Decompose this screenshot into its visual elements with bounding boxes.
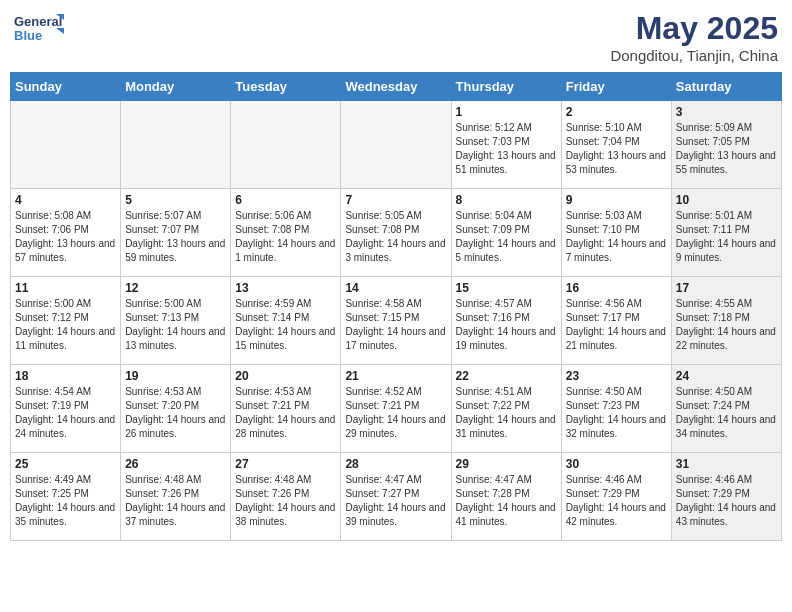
day-number: 8	[456, 193, 557, 207]
day-number: 13	[235, 281, 336, 295]
calendar-cell: 17Sunrise: 4:55 AMSunset: 7:18 PMDayligh…	[671, 277, 781, 365]
calendar-cell: 27Sunrise: 4:48 AMSunset: 7:26 PMDayligh…	[231, 453, 341, 541]
calendar-cell: 16Sunrise: 4:56 AMSunset: 7:17 PMDayligh…	[561, 277, 671, 365]
calendar-cell: 23Sunrise: 4:50 AMSunset: 7:23 PMDayligh…	[561, 365, 671, 453]
cell-info: Sunrise: 4:56 AMSunset: 7:17 PMDaylight:…	[566, 297, 667, 353]
location-title: Dongditou, Tianjin, China	[610, 47, 778, 64]
weekday-header-thursday: Thursday	[451, 73, 561, 101]
day-number: 7	[345, 193, 446, 207]
calendar-cell: 19Sunrise: 4:53 AMSunset: 7:20 PMDayligh…	[121, 365, 231, 453]
day-number: 5	[125, 193, 226, 207]
cell-info: Sunrise: 4:46 AMSunset: 7:29 PMDaylight:…	[676, 473, 777, 529]
calendar-cell: 13Sunrise: 4:59 AMSunset: 7:14 PMDayligh…	[231, 277, 341, 365]
calendar-cell: 24Sunrise: 4:50 AMSunset: 7:24 PMDayligh…	[671, 365, 781, 453]
logo-svg: General Blue	[14, 10, 64, 54]
calendar-cell: 3Sunrise: 5:09 AMSunset: 7:05 PMDaylight…	[671, 101, 781, 189]
day-number: 29	[456, 457, 557, 471]
calendar-cell: 4Sunrise: 5:08 AMSunset: 7:06 PMDaylight…	[11, 189, 121, 277]
calendar-cell: 30Sunrise: 4:46 AMSunset: 7:29 PMDayligh…	[561, 453, 671, 541]
calendar-cell	[341, 101, 451, 189]
cell-info: Sunrise: 4:50 AMSunset: 7:23 PMDaylight:…	[566, 385, 667, 441]
day-number: 1	[456, 105, 557, 119]
day-number: 21	[345, 369, 446, 383]
cell-info: Sunrise: 5:12 AMSunset: 7:03 PMDaylight:…	[456, 121, 557, 177]
day-number: 17	[676, 281, 777, 295]
title-block: May 2025 Dongditou, Tianjin, China	[610, 10, 778, 64]
day-number: 15	[456, 281, 557, 295]
cell-info: Sunrise: 5:01 AMSunset: 7:11 PMDaylight:…	[676, 209, 777, 265]
calendar-cell: 29Sunrise: 4:47 AMSunset: 7:28 PMDayligh…	[451, 453, 561, 541]
cell-info: Sunrise: 5:00 AMSunset: 7:13 PMDaylight:…	[125, 297, 226, 353]
calendar-cell: 1Sunrise: 5:12 AMSunset: 7:03 PMDaylight…	[451, 101, 561, 189]
cell-info: Sunrise: 4:47 AMSunset: 7:28 PMDaylight:…	[456, 473, 557, 529]
day-number: 20	[235, 369, 336, 383]
calendar-cell: 8Sunrise: 5:04 AMSunset: 7:09 PMDaylight…	[451, 189, 561, 277]
day-number: 18	[15, 369, 116, 383]
day-number: 16	[566, 281, 667, 295]
day-number: 22	[456, 369, 557, 383]
calendar-cell: 12Sunrise: 5:00 AMSunset: 7:13 PMDayligh…	[121, 277, 231, 365]
calendar-cell: 7Sunrise: 5:05 AMSunset: 7:08 PMDaylight…	[341, 189, 451, 277]
calendar-table: SundayMondayTuesdayWednesdayThursdayFrid…	[10, 72, 782, 541]
calendar-cell: 28Sunrise: 4:47 AMSunset: 7:27 PMDayligh…	[341, 453, 451, 541]
calendar-cell: 25Sunrise: 4:49 AMSunset: 7:25 PMDayligh…	[11, 453, 121, 541]
cell-info: Sunrise: 4:50 AMSunset: 7:24 PMDaylight:…	[676, 385, 777, 441]
weekday-header-monday: Monday	[121, 73, 231, 101]
month-title: May 2025	[610, 10, 778, 47]
cell-info: Sunrise: 4:49 AMSunset: 7:25 PMDaylight:…	[15, 473, 116, 529]
cell-info: Sunrise: 5:07 AMSunset: 7:07 PMDaylight:…	[125, 209, 226, 265]
calendar-cell: 21Sunrise: 4:52 AMSunset: 7:21 PMDayligh…	[341, 365, 451, 453]
day-number: 4	[15, 193, 116, 207]
weekday-header-saturday: Saturday	[671, 73, 781, 101]
day-number: 26	[125, 457, 226, 471]
cell-info: Sunrise: 5:00 AMSunset: 7:12 PMDaylight:…	[15, 297, 116, 353]
cell-info: Sunrise: 5:05 AMSunset: 7:08 PMDaylight:…	[345, 209, 446, 265]
calendar-cell: 14Sunrise: 4:58 AMSunset: 7:15 PMDayligh…	[341, 277, 451, 365]
cell-info: Sunrise: 4:51 AMSunset: 7:22 PMDaylight:…	[456, 385, 557, 441]
cell-info: Sunrise: 4:59 AMSunset: 7:14 PMDaylight:…	[235, 297, 336, 353]
cell-info: Sunrise: 4:47 AMSunset: 7:27 PMDaylight:…	[345, 473, 446, 529]
calendar-cell: 15Sunrise: 4:57 AMSunset: 7:16 PMDayligh…	[451, 277, 561, 365]
cell-info: Sunrise: 4:48 AMSunset: 7:26 PMDaylight:…	[235, 473, 336, 529]
cell-info: Sunrise: 4:54 AMSunset: 7:19 PMDaylight:…	[15, 385, 116, 441]
svg-text:General: General	[14, 14, 62, 29]
weekday-header-sunday: Sunday	[11, 73, 121, 101]
calendar-cell: 5Sunrise: 5:07 AMSunset: 7:07 PMDaylight…	[121, 189, 231, 277]
day-number: 19	[125, 369, 226, 383]
weekday-header-wednesday: Wednesday	[341, 73, 451, 101]
cell-info: Sunrise: 4:57 AMSunset: 7:16 PMDaylight:…	[456, 297, 557, 353]
calendar-cell: 22Sunrise: 4:51 AMSunset: 7:22 PMDayligh…	[451, 365, 561, 453]
svg-text:Blue: Blue	[14, 28, 42, 43]
cell-info: Sunrise: 5:04 AMSunset: 7:09 PMDaylight:…	[456, 209, 557, 265]
day-number: 24	[676, 369, 777, 383]
day-number: 10	[676, 193, 777, 207]
cell-info: Sunrise: 5:08 AMSunset: 7:06 PMDaylight:…	[15, 209, 116, 265]
calendar-cell: 2Sunrise: 5:10 AMSunset: 7:04 PMDaylight…	[561, 101, 671, 189]
day-number: 6	[235, 193, 336, 207]
calendar-cell: 31Sunrise: 4:46 AMSunset: 7:29 PMDayligh…	[671, 453, 781, 541]
calendar-cell	[11, 101, 121, 189]
day-number: 3	[676, 105, 777, 119]
weekday-header-friday: Friday	[561, 73, 671, 101]
cell-info: Sunrise: 5:10 AMSunset: 7:04 PMDaylight:…	[566, 121, 667, 177]
cell-info: Sunrise: 4:55 AMSunset: 7:18 PMDaylight:…	[676, 297, 777, 353]
cell-info: Sunrise: 4:53 AMSunset: 7:21 PMDaylight:…	[235, 385, 336, 441]
page-header: General Blue May 2025 Dongditou, Tianjin…	[10, 10, 782, 64]
day-number: 9	[566, 193, 667, 207]
cell-info: Sunrise: 5:06 AMSunset: 7:08 PMDaylight:…	[235, 209, 336, 265]
day-number: 25	[15, 457, 116, 471]
svg-marker-3	[56, 28, 64, 34]
day-number: 23	[566, 369, 667, 383]
day-number: 14	[345, 281, 446, 295]
calendar-cell	[121, 101, 231, 189]
logo: General Blue	[14, 10, 64, 54]
cell-info: Sunrise: 5:03 AMSunset: 7:10 PMDaylight:…	[566, 209, 667, 265]
calendar-cell	[231, 101, 341, 189]
weekday-header-tuesday: Tuesday	[231, 73, 341, 101]
day-number: 11	[15, 281, 116, 295]
calendar-cell: 6Sunrise: 5:06 AMSunset: 7:08 PMDaylight…	[231, 189, 341, 277]
cell-info: Sunrise: 4:48 AMSunset: 7:26 PMDaylight:…	[125, 473, 226, 529]
cell-info: Sunrise: 4:53 AMSunset: 7:20 PMDaylight:…	[125, 385, 226, 441]
calendar-cell: 20Sunrise: 4:53 AMSunset: 7:21 PMDayligh…	[231, 365, 341, 453]
day-number: 27	[235, 457, 336, 471]
